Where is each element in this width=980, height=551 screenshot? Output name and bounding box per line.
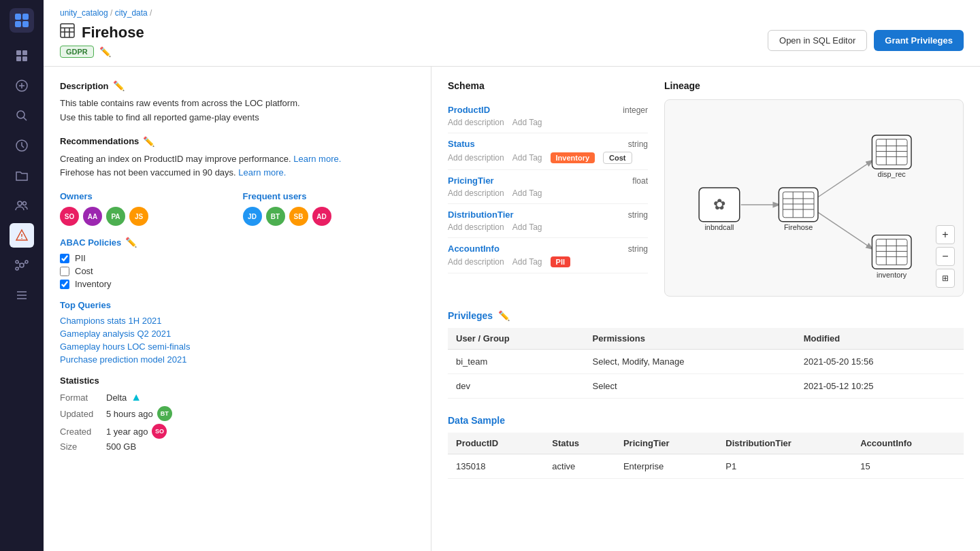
add-desc-2[interactable]: Add description — [448, 188, 504, 198]
edit-description-icon[interactable]: ✏️ — [113, 80, 125, 91]
col-ds-pricingtier: PricingTier — [615, 433, 717, 454]
ds-val-pricingtier: Enterprise — [615, 454, 717, 479]
sidebar — [0, 0, 44, 551]
lineage-zoom-out[interactable]: − — [936, 247, 955, 266]
grant-privileges-button[interactable]: Grant Privileges — [874, 30, 964, 51]
owners-frequent-users-row: Owners SO AA PA JS Frequent users JD BT … — [60, 191, 414, 226]
owner-avatar-so[interactable]: SO — [60, 207, 79, 226]
priv-perm-dev: Select — [585, 374, 796, 399]
edit-privileges-icon[interactable]: ✏️ — [498, 310, 510, 321]
fu-avatar-bt[interactable]: BT — [266, 207, 285, 226]
schema-row-distributiontier: DistributionTier string Add description … — [448, 204, 648, 238]
col-ds-distributiontier: DistributionTier — [717, 433, 852, 454]
add-tag-0[interactable]: Add Tag — [512, 118, 542, 127]
privileges-header: Privileges ✏️ — [448, 310, 964, 321]
query-link-3[interactable]: Gameplay hours LOC semi-finals — [60, 341, 414, 352]
add-desc-1[interactable]: Add description — [448, 153, 504, 163]
svg-point-22 — [16, 267, 18, 270]
tag-cost-status: Cost — [603, 152, 632, 164]
stat-created-label: Created — [60, 427, 101, 437]
schema-lineage-row: Schema ProductID integer Add description… — [448, 80, 964, 297]
add-tag-4[interactable]: Add Tag — [512, 257, 542, 267]
tag-pii-accountinfo: PII — [551, 256, 570, 267]
privileges-section: Privileges ✏️ User / Group Permissions M… — [448, 310, 964, 399]
priv-modified-dev: 2021-05-12 10:25 — [796, 374, 964, 399]
content-area: Description ✏️ This table contains raw e… — [44, 67, 980, 551]
lineage-svg: ✿ inbndcall — [665, 100, 963, 296]
type-status: string — [628, 139, 648, 149]
node-inbndcall[interactable]: ✿ — [699, 188, 740, 222]
fu-avatar-jd[interactable]: JD — [243, 207, 262, 226]
tag-inventory-status: Inventory — [551, 152, 595, 163]
sidebar-item-folder[interactable] — [10, 163, 34, 188]
svg-point-11 — [17, 111, 24, 118]
schema-row-status: Status string Add description Add Tag In… — [448, 133, 648, 170]
node-label-disp-rec: disp_rec — [878, 170, 906, 178]
priv-modified-bi-team: 2021-05-20 15:56 — [796, 350, 964, 374]
svg-rect-39 — [779, 188, 818, 222]
abac-inventory-checkbox[interactable] — [60, 280, 69, 289]
stat-updated-label: Updated — [60, 409, 101, 419]
lineage-zoom-in[interactable]: + — [936, 225, 955, 244]
add-desc-0[interactable]: Add description — [448, 118, 504, 127]
right-panel: Schema ProductID integer Add description… — [431, 67, 980, 551]
logo[interactable] — [10, 8, 34, 33]
stat-updated-avatar: BT — [157, 406, 172, 421]
add-desc-3[interactable]: Add description — [448, 222, 504, 232]
sidebar-item-d[interactable] — [10, 44, 34, 68]
node-firehose[interactable] — [779, 188, 818, 222]
svg-line-12 — [24, 118, 27, 121]
stat-created: Created 1 year ago SO — [60, 424, 414, 439]
sidebar-item-alert[interactable] — [10, 223, 34, 248]
top-queries-section: Top Queries Champions stats 1H 2021 Game… — [60, 300, 414, 365]
privileges-table: User / Group Permissions Modified bi_tea… — [448, 328, 964, 399]
breadcrumb-city-data[interactable]: city_data — [115, 8, 148, 18]
sidebar-item-add[interactable] — [10, 73, 34, 98]
schema-row-productid: ProductID integer Add description Add Ta… — [448, 99, 648, 133]
svg-line-36 — [817, 212, 872, 249]
rec-link-1[interactable]: Learn more. — [293, 154, 341, 164]
svg-text:✿: ✿ — [713, 196, 725, 213]
open-sql-editor-button[interactable]: Open in SQL Editor — [768, 30, 867, 51]
page-header: unity_catalog / city_data / Firehose GDP… — [44, 0, 980, 67]
header-buttons: Open in SQL Editor Grant Privileges — [768, 30, 964, 51]
breadcrumb-sep1: / — [110, 8, 115, 18]
sidebar-item-search[interactable] — [10, 103, 34, 128]
abac-section: ABAC Policies ✏️ PII Cost Inventory — [60, 237, 414, 289]
abac-cost-checkbox[interactable] — [60, 267, 69, 276]
query-link-2[interactable]: Gameplay analysis Q2 2021 — [60, 329, 414, 339]
ds-val-productid: 135018 — [448, 454, 544, 479]
edit-abac-icon[interactable]: ✏️ — [125, 237, 137, 248]
add-tag-2[interactable]: Add Tag — [512, 188, 542, 198]
statistics-title: Statistics — [60, 375, 414, 386]
node-disp-rec[interactable] — [872, 135, 911, 169]
breadcrumb-unity-catalog[interactable]: unity_catalog — [60, 8, 108, 18]
query-link-4[interactable]: Purchase prediction model 2021 — [60, 354, 414, 365]
owner-avatar-pa[interactable]: PA — [106, 207, 125, 226]
owners-avatars: SO AA PA JS — [60, 207, 232, 226]
abac-pii-checkbox[interactable] — [60, 254, 69, 263]
field-pricingtier: PricingTier — [448, 176, 494, 186]
fu-avatar-ad[interactable]: AD — [312, 207, 331, 226]
fu-avatar-sb[interactable]: SB — [289, 207, 308, 226]
lineage-fit[interactable]: ⊞ — [936, 269, 955, 288]
add-desc-4[interactable]: Add description — [448, 257, 504, 267]
add-tag-1[interactable]: Add Tag — [512, 153, 542, 163]
node-inventory[interactable] — [872, 235, 911, 269]
delta-icon: ▲ — [131, 391, 142, 403]
owner-avatar-aa[interactable]: AA — [83, 207, 102, 226]
schema-section: Schema ProductID integer Add description… — [448, 80, 648, 297]
table-row: bi_team Select, Modify, Manage 2021-05-2… — [448, 350, 964, 374]
sidebar-item-history[interactable] — [10, 133, 34, 158]
rec-link-2[interactable]: Learn more. — [238, 167, 286, 178]
edit-recommendations-icon[interactable]: ✏️ — [143, 136, 154, 147]
edit-tag-icon[interactable]: ✏️ — [99, 46, 111, 57]
sidebar-item-graph[interactable] — [10, 253, 34, 278]
stat-format-value: Delta ▲ — [106, 391, 142, 403]
sidebar-item-team[interactable] — [10, 193, 34, 218]
sidebar-item-list[interactable] — [10, 283, 34, 307]
query-link-1[interactable]: Champions stats 1H 2021 — [60, 316, 414, 326]
add-tag-3[interactable]: Add Tag — [512, 222, 542, 232]
svg-point-14 — [18, 201, 22, 205]
owner-avatar-js[interactable]: JS — [129, 207, 148, 226]
